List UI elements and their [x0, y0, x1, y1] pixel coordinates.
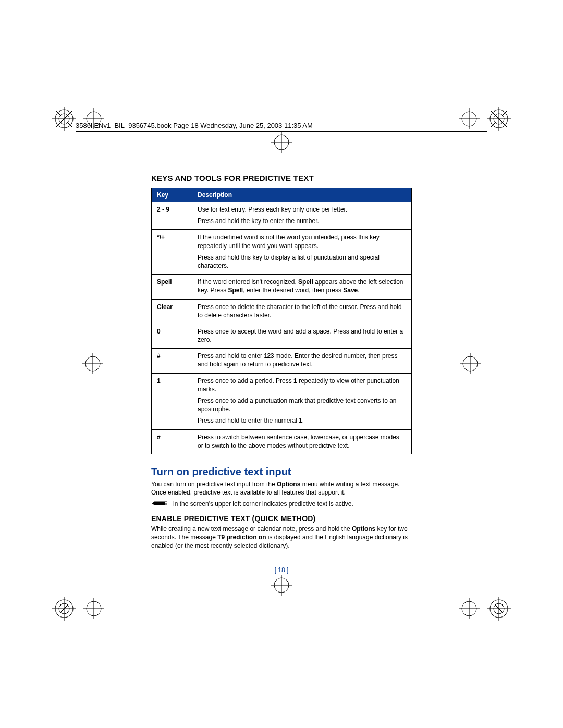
- svg-line-23: [491, 600, 507, 617]
- description-cell: Press and hold to enter 123 mode. Enter …: [192, 349, 412, 373]
- description-cell: If the word entered isn't recognized, Sp…: [192, 275, 412, 299]
- indicator-line: in the screen's upper left corner indica…: [151, 500, 412, 509]
- table-header-description: Description: [192, 188, 412, 202]
- crosshair-icon: [271, 132, 292, 153]
- key-cell: 1: [152, 373, 193, 429]
- table-row: */+ If the underlined word is not the wo…: [152, 230, 412, 275]
- description-cell: Press once to accept the word and add a …: [192, 324, 412, 348]
- crosshair-icon: [459, 598, 480, 619]
- key-cell: */+: [152, 230, 193, 275]
- svg-point-0: [55, 110, 73, 128]
- mode-123-icon: 123: [264, 352, 274, 360]
- table-header-key: Key: [152, 188, 193, 202]
- svg-line-17: [56, 600, 72, 617]
- registration-mark-icon: [487, 107, 511, 131]
- svg-line-5: [56, 110, 72, 127]
- table-row: 0 Press once to accept the word and add …: [152, 324, 412, 348]
- svg-point-7: [494, 114, 504, 124]
- table-row: # Press to switch between sentence case,…: [152, 429, 412, 454]
- table-row: 2 - 9 Use for text entry. Press each key…: [152, 202, 412, 230]
- svg-line-10: [491, 110, 507, 127]
- svg-point-1: [59, 114, 69, 124]
- table-row: 1 Press once to add a period. Press 1 re…: [152, 373, 412, 429]
- pencil-icon: [151, 500, 168, 509]
- description-cell: Press to switch between sentence case, l…: [192, 429, 412, 454]
- svg-line-11: [491, 110, 507, 127]
- subsection-heading: ENABLE PREDICTIVE TEXT (QUICK METHOD): [151, 514, 412, 523]
- key-cell: #: [152, 429, 193, 454]
- svg-line-16: [56, 600, 72, 617]
- svg-point-45: [463, 356, 478, 371]
- svg-point-12: [55, 600, 73, 618]
- key-cell: 2 - 9: [152, 202, 193, 230]
- svg-point-13: [59, 603, 69, 614]
- crosshair-icon: [460, 353, 481, 374]
- svg-line-4: [56, 110, 72, 127]
- page-content: KEYS AND TOOLS FOR PREDICTIVE TEXT Key D…: [151, 174, 412, 553]
- key-cell: #: [152, 349, 193, 373]
- svg-point-19: [494, 603, 504, 614]
- description-cell: Use for text entry. Press each key only …: [192, 202, 412, 230]
- description-cell: Press once to add a period. Press 1 repe…: [192, 373, 412, 429]
- registration-mark-icon: [52, 107, 76, 131]
- svg-point-18: [490, 600, 508, 618]
- cropmark-line: [104, 609, 459, 609]
- table-row: # Press and hold to enter 123 mode. Ente…: [152, 349, 412, 373]
- key-cell: 0: [152, 324, 193, 348]
- crosshair-icon: [83, 598, 104, 619]
- subsection-heading: Turn on predictive text input: [151, 466, 412, 478]
- svg-point-39: [274, 578, 289, 593]
- document-header: 3586i.ENv1_BIL_9356745.book Page 18 Wedn…: [76, 121, 487, 132]
- svg-marker-48: [152, 502, 165, 505]
- registration-mark-icon: [487, 597, 511, 621]
- table-row: Spell If the word entered isn't recogniz…: [152, 275, 412, 299]
- indicator-text: in the screen's upper left corner indica…: [173, 500, 353, 508]
- svg-point-33: [462, 601, 476, 616]
- paragraph: While creating a new text message or cal…: [151, 525, 412, 550]
- page-number: [ 18 ]: [0, 566, 563, 574]
- svg-point-6: [490, 110, 508, 128]
- key-cell: Spell: [152, 275, 193, 299]
- table-row: Clear Press once to delete the character…: [152, 299, 412, 324]
- description-cell: Press once to delete the character to th…: [192, 299, 412, 324]
- key-cell: Clear: [152, 299, 193, 324]
- section-heading: KEYS AND TOOLS FOR PREDICTIVE TEXT: [151, 174, 412, 182]
- description-cell: If the underlined word is not the word y…: [192, 230, 412, 275]
- registration-mark-icon: [52, 597, 76, 621]
- cropmark-line: [104, 119, 459, 119]
- keys-table: Key Description 2 - 9 Use for text entry…: [151, 188, 412, 454]
- crosshair-icon: [271, 575, 292, 596]
- crosshair-icon: [82, 353, 103, 374]
- paragraph: You can turn on predictive text input fr…: [151, 480, 412, 497]
- svg-line-22: [491, 600, 507, 617]
- svg-point-42: [85, 356, 100, 371]
- svg-point-36: [274, 135, 289, 150]
- svg-point-30: [87, 601, 101, 616]
